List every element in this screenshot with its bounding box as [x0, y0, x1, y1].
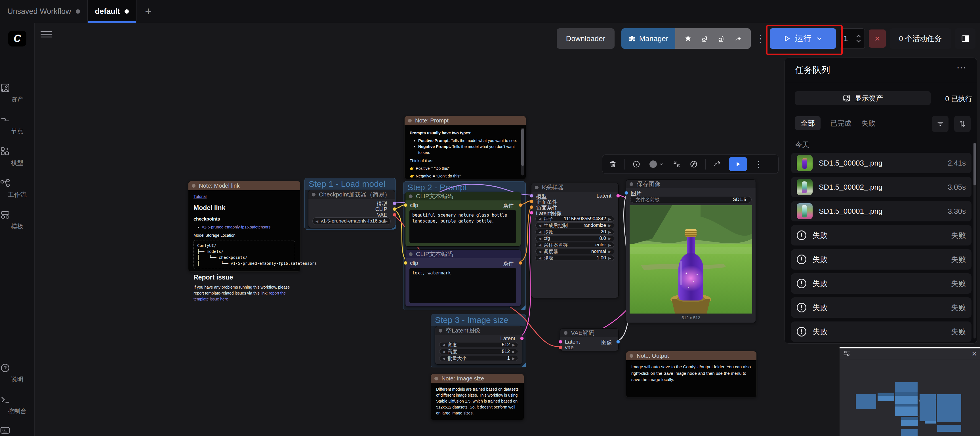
batch-count-stepper[interactable]: 1 — [840, 29, 865, 49]
input-port-images[interactable] — [625, 191, 628, 195]
note-output[interactable]: Note: Output Image will auto-save to the… — [626, 351, 757, 398]
output-port-latent[interactable] — [616, 194, 620, 198]
negative-prompt-textarea[interactable]: text, watermark — [409, 268, 516, 303]
input-port-latent[interactable] — [558, 340, 562, 344]
run-selected-button[interactable] — [729, 157, 747, 171]
active-tasks-button[interactable]: 0 个活动任务 — [890, 29, 951, 49]
collapse-dot-icon[interactable] — [408, 119, 412, 122]
sort-button[interactable] — [954, 116, 970, 132]
input-port-latent[interactable] — [530, 211, 533, 215]
next-arrow-icon[interactable]: ▶ — [385, 219, 388, 224]
stepper-arrows[interactable] — [856, 35, 861, 43]
sidebar-item-workflows[interactable]: 工作流 — [0, 178, 34, 199]
collapse-dot-icon[interactable] — [409, 252, 412, 256]
queue-item-failed[interactable]: ! 失败 失败 — [791, 249, 972, 270]
note-model-link[interactable]: Note: Model link Tutorial Model link che… — [188, 181, 301, 271]
minimap[interactable]: × — [839, 347, 980, 436]
comfyui-logo[interactable]: C — [8, 31, 26, 46]
node-clip-text-encode-positive[interactable]: CLIP文本编码 clip 条件 beautiful scenery natur… — [405, 192, 521, 247]
output-port-cond[interactable] — [519, 261, 522, 265]
output-port-latent[interactable] — [520, 336, 524, 340]
node-clip-text-encode-negative[interactable]: CLIP文本编码 clip 条件 text, watermark — [405, 249, 521, 307]
collapse-dot-icon[interactable] — [439, 329, 442, 333]
workflow-tab-default[interactable]: default — [88, 0, 137, 23]
custom-nodes-icon[interactable] — [701, 35, 708, 42]
positive-prompt-textarea[interactable]: beautiful scenery nature glass bottle la… — [409, 210, 516, 243]
downloader-button[interactable]: Downloader — [557, 29, 614, 49]
collapse-dot-icon[interactable] — [630, 182, 633, 186]
widget-sampler-name[interactable]: ◀采样器名称euler▶ — [535, 242, 614, 248]
toggle-queue-panel-button[interactable] — [955, 29, 975, 49]
tab-failed[interactable]: 失败 — [861, 119, 875, 128]
color-picker-button[interactable] — [648, 159, 665, 170]
queue-scrollbar-thumb[interactable] — [974, 143, 976, 185]
output-port-vae[interactable] — [393, 213, 396, 217]
widget-seed[interactable]: ◀种子1115650855904842▶ — [535, 216, 614, 222]
queue-item[interactable]: SD1.5_00001_.png 3.30s — [791, 201, 972, 221]
collapse-dot-icon[interactable] — [192, 184, 196, 188]
collapse-dot-icon[interactable] — [630, 354, 633, 358]
collapse-dot-icon[interactable] — [409, 195, 412, 198]
minimap-content[interactable] — [840, 360, 980, 436]
widget-cfg[interactable]: ◀cfg8.0▶ — [535, 236, 614, 241]
favorites-star-icon[interactable] — [684, 35, 692, 42]
note-scrollbar-thumb[interactable] — [521, 129, 524, 166]
tutorial-link[interactable]: Tutorial — [194, 194, 207, 199]
widget-filename-prefix[interactable]: 文件名前缀 SD1.5 — [630, 196, 752, 203]
input-port-clip[interactable] — [404, 261, 407, 265]
collapse-dot-icon[interactable] — [434, 377, 438, 381]
missing-nodes-icon[interactable] — [718, 35, 725, 42]
input-port-positive[interactable] — [530, 200, 533, 203]
output-port-cond[interactable] — [519, 203, 522, 207]
result-thumbnail[interactable] — [797, 179, 813, 195]
checkpoint-file-link[interactable]: v1-5-pruned-emaonly-fp16.safetensors — [202, 225, 270, 229]
queue-item-failed[interactable]: ! 失败 失败 — [791, 273, 972, 294]
workflow-tab-unsaved[interactable]: Unsaved Workflow — [0, 0, 88, 23]
pin-clock-icon[interactable] — [688, 159, 699, 170]
sidebar-item-models[interactable]: 模型 — [0, 146, 34, 167]
tab-completed[interactable]: 已完成 — [830, 119, 851, 128]
collapse-dot-icon[interactable] — [535, 185, 539, 189]
queue-panel-menu-icon[interactable]: ⋯ — [956, 62, 967, 73]
queue-item[interactable]: SD1.5_00003_.png 2.41s — [791, 153, 972, 173]
input-port-clip[interactable] — [404, 203, 407, 207]
ckpt-name-widget[interactable]: ◀ v1-5-pruned-emaonly-fp16.safetensors ▶ — [312, 217, 391, 225]
queue-item-failed[interactable]: ! 失败 失败 — [791, 297, 972, 318]
more-options-icon[interactable]: ⋮ — [753, 159, 764, 170]
sidebar-item-templates[interactable]: 模板 — [0, 210, 34, 231]
note-scrollbar[interactable] — [521, 128, 524, 176]
sidebar-item-assets[interactable]: 资产 — [0, 83, 34, 104]
tab-all[interactable]: 全部 — [795, 116, 821, 130]
sidebar-item-console[interactable]: 控制台 — [0, 395, 34, 415]
output-port-image[interactable] — [616, 340, 620, 344]
info-icon[interactable] — [631, 159, 642, 170]
output-port-model[interactable] — [393, 201, 396, 205]
manager-button[interactable]: Manager — [621, 29, 675, 49]
queue-item-failed[interactable]: ! 失败 失败 — [791, 322, 972, 342]
input-port-negative[interactable] — [530, 205, 533, 209]
widget-batch-size[interactable]: ◀批量大小1▶ — [439, 356, 518, 361]
widget-height[interactable]: ◀高度512▶ — [439, 349, 518, 354]
queue-item[interactable]: SD1.5_00002_.png 3.05s — [791, 177, 972, 197]
input-port-model[interactable] — [530, 194, 533, 198]
group-resize-handle[interactable] — [521, 305, 525, 310]
widget-steps[interactable]: ◀步数20▶ — [535, 229, 614, 235]
show-assets-button[interactable]: 显示资产 — [795, 91, 931, 105]
redo-icon[interactable] — [712, 159, 723, 170]
node-vae-decode[interactable]: VAE解码 Latent vae 图像 — [560, 328, 619, 351]
node-save-image[interactable]: 保存图像 图片 文件名前缀 SD1.5 — [626, 179, 756, 323]
node-checkpoint-loader[interactable]: Checkpoint加载器（简易） 模型 CLIP VAE ◀ v1-5-pru… — [308, 190, 395, 228]
sidebar-item-shortcuts[interactable] — [0, 425, 34, 436]
widget-control-after-generate[interactable]: ◀生成后控制randomize▶ — [535, 222, 614, 228]
minimap-settings-icon[interactable] — [843, 350, 851, 358]
collapse-dot-icon[interactable] — [312, 193, 315, 197]
queue-item-failed[interactable]: ! 失败 失败 — [791, 225, 972, 246]
delete-icon[interactable] — [608, 159, 618, 170]
collapse-dot-icon[interactable] — [564, 331, 568, 335]
minimap-close-icon[interactable]: × — [972, 349, 977, 358]
widget-denoise[interactable]: ◀降噪1.00▶ — [535, 255, 614, 261]
note-image-size[interactable]: Note: Image size Different models are tr… — [431, 374, 524, 420]
prev-arrow-icon[interactable]: ◀ — [315, 219, 318, 224]
sidebar-item-help[interactable]: 说明 — [0, 363, 34, 384]
note-prompt[interactable]: Note: Prompt Prompts usually have two ty… — [404, 116, 526, 179]
